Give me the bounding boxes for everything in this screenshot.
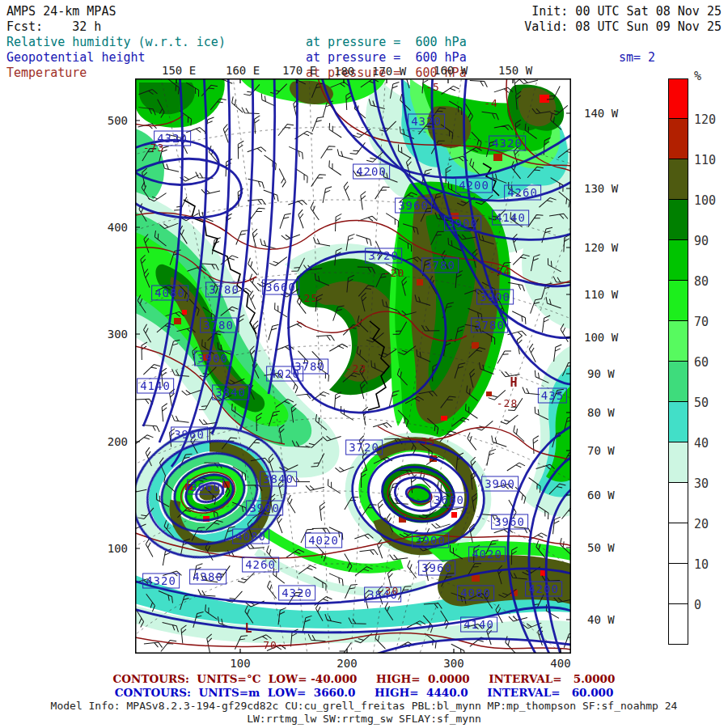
- height-contour-label: 4020: [266, 366, 303, 382]
- smoothing-label: sm= 2: [619, 51, 655, 65]
- height-contour-label: 3840: [260, 472, 297, 487]
- height-contour-label: 435: [538, 388, 567, 404]
- bottom-axis-tick: 200: [334, 657, 360, 670]
- colorbar-tick: 70: [694, 315, 728, 329]
- right-axis-label: 100 W: [584, 331, 618, 344]
- height-contour-label: 4140: [492, 210, 529, 226]
- bottom-axis-tick: 100: [227, 657, 253, 670]
- low-center-marker: L: [244, 621, 252, 636]
- height-contour-label: 4200: [353, 164, 390, 180]
- height-contour-label: 4140: [137, 379, 174, 394]
- height-contour-label: 3720: [365, 248, 402, 264]
- top-axis-label: 170 E: [282, 64, 316, 77]
- colorbar-tick: 60: [694, 355, 728, 370]
- colorbar-tick: 120: [694, 112, 728, 127]
- height-contour-label: 4080: [232, 529, 269, 544]
- colorbar-segment: [668, 564, 688, 604]
- left-axis-tick: 200: [97, 435, 128, 448]
- page-title: AMPS 24-km MPAS: [6, 5, 116, 19]
- colorbar-tick: 40: [694, 436, 728, 451]
- height-contour-label: 4080: [151, 286, 188, 301]
- right-axis-label: 140 W: [584, 107, 618, 120]
- temp-contour-label: -20: [383, 267, 404, 279]
- colorbar-segment: [668, 442, 688, 483]
- colorbar-segment: [668, 402, 688, 442]
- top-axis-label: 150 E: [162, 64, 196, 77]
- colorbar-unit-label: %: [694, 70, 701, 83]
- height-contour-label: 4380: [189, 569, 226, 585]
- colorbar-segment: [668, 483, 688, 523]
- height-contour-label: 3960: [395, 198, 432, 214]
- height-contour-label: 4200: [455, 178, 493, 193]
- height-contour-label: 3780: [471, 318, 508, 333]
- height-contour-label: 3660: [430, 493, 468, 508]
- height-contour-label: 4020: [305, 533, 342, 548]
- height-contour-label: 3900: [246, 501, 283, 516]
- right-axis-label: 70 W: [587, 444, 615, 457]
- field-rh-level: at pressure = 600 hPa: [306, 36, 467, 49]
- colorbar-segment: [668, 119, 688, 159]
- field-hgt-level: at pressure = 600 hPa: [306, 51, 467, 65]
- forecast-map: 4320 4320 4320 4260 4200 4200 4140 3960 …: [135, 78, 571, 654]
- field-temp-label: Temperature: [6, 66, 87, 80]
- left-axis-tick: 100: [97, 542, 128, 555]
- forecast-hour-label: Fcst: 32 h: [6, 20, 101, 34]
- high-center-marker: H: [510, 375, 517, 390]
- height-contour-label: 3780: [200, 318, 237, 333]
- colorbar-tick: 20: [694, 517, 728, 531]
- colorbar-segment: [668, 78, 688, 119]
- colorbar-tick: 80: [694, 274, 728, 289]
- colorbar-tick: 10: [694, 557, 728, 572]
- colorbar-tick: 30: [694, 476, 728, 491]
- temp-contour-label: -25: [297, 292, 318, 304]
- temp-contour-label: -35: [414, 435, 435, 447]
- valid-time-label: Valid: 08 UTC Sun 09 Nov 25: [524, 20, 722, 34]
- top-axis-label: 160 W: [434, 64, 468, 77]
- height-contour-label: 4320: [142, 574, 180, 589]
- colorbar-segment: [668, 523, 688, 564]
- left-axis-tick: 500: [97, 114, 128, 127]
- temp-contour-label: 70: [263, 639, 277, 651]
- amps-forecast-plot: AMPS 24-km MPAS Fcst: 32 h Init: 00 UTC …: [0, 0, 728, 728]
- colorbar-segment: [668, 604, 688, 645]
- height-contour-label: 4320: [489, 136, 526, 151]
- temp-contour-label: -28: [497, 397, 518, 409]
- field-rh-label: Relative humidity (w.r.t. ice): [6, 36, 226, 49]
- colorbar-segment: [668, 321, 688, 362]
- colorbar-tick: 50: [694, 396, 728, 410]
- bottom-axis-tick: 300: [441, 657, 467, 670]
- colorbar-tick: 110: [694, 153, 728, 167]
- colorbar-tick: 100: [694, 193, 728, 208]
- top-axis-label: 160 E: [226, 64, 260, 77]
- right-axis-label: 130 W: [584, 182, 618, 195]
- height-contour-label: 3960: [491, 514, 528, 530]
- top-axis-label: 170 W: [372, 65, 406, 78]
- colorbar-segment: [668, 362, 688, 402]
- height-contour-label: 4320: [408, 114, 445, 129]
- colorbar-segment: [668, 200, 688, 240]
- right-axis-label: 80 W: [587, 406, 615, 419]
- left-axis-tick: 300: [97, 328, 128, 341]
- left-axis-tick: 400: [97, 221, 128, 234]
- height-contour-info: CONTOURS: UNITS=m LOW= 3660.0 HIGH= 4440…: [0, 686, 728, 699]
- height-contour-label: 3660: [262, 280, 299, 295]
- field-hgt-label: Geopotential height: [6, 51, 146, 65]
- colorbar: [668, 78, 688, 645]
- colorbar-segment: [668, 159, 688, 200]
- temp-contour-label: -4: [484, 97, 498, 109]
- right-axis-label: 90 W: [587, 367, 615, 380]
- colorbar-tick: 90: [694, 234, 728, 248]
- height-contour-label: 4260: [504, 185, 541, 201]
- temp-contour-label: -5: [425, 81, 440, 93]
- init-time-label: Init: 00 UTC Sat 08 Nov 25: [531, 5, 722, 19]
- height-contour-label: 3660: [187, 480, 224, 495]
- height-contour-label: 3900: [412, 533, 449, 548]
- right-axis-label: 110 W: [584, 288, 618, 301]
- height-contour-label: 3780: [205, 282, 243, 298]
- top-axis-label: 180: [334, 65, 354, 78]
- temp-contour-label: -23: [345, 362, 366, 375]
- model-info-line1: Model Info: MPASv8.2.3-194-gf29cd82c CU:…: [0, 700, 728, 712]
- right-axis-label: 50 W: [587, 541, 615, 554]
- height-contour-label: 3900: [444, 216, 481, 231]
- height-contour-label: 3960: [171, 427, 208, 442]
